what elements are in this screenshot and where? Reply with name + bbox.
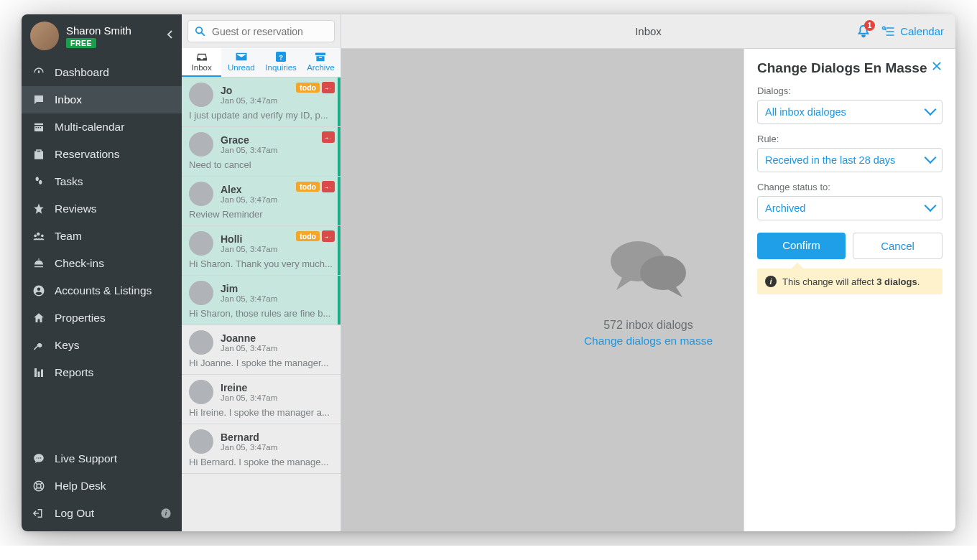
avatar xyxy=(189,132,213,157)
message-item[interactable]: BernardJan 05, 3:47amHi Bernard. I spoke… xyxy=(182,424,341,474)
tab-unread[interactable]: Unread xyxy=(221,48,261,77)
svg-text:?: ? xyxy=(279,53,283,61)
message-item[interactable]: IreineJan 05, 3:47amHi Ireine. I spoke t… xyxy=(182,375,341,424)
nav-main: Dashboard Inbox Multi-calendar Reservati… xyxy=(22,53,182,386)
change-en-masse-link[interactable]: Change dialogs en masse xyxy=(584,335,713,347)
cancel-button[interactable]: Cancel xyxy=(853,233,943,259)
tab-inquiries[interactable]: ? Inquiries xyxy=(261,48,301,77)
calendar-label: Calendar xyxy=(900,25,944,37)
confirm-button[interactable]: Confirm xyxy=(757,233,846,259)
nav-label: Check-ins xyxy=(55,257,104,270)
nav-label: Multi-calendar xyxy=(55,121,124,134)
avatar xyxy=(189,429,213,454)
message-preview: Hi Joanne. I spoke the manager... xyxy=(189,358,333,368)
nav-tasks[interactable]: Tasks xyxy=(22,168,182,195)
todo-badge: todo xyxy=(296,83,320,93)
status-select[interactable]: Archived xyxy=(757,196,943,220)
tab-inbox[interactable]: Inbox xyxy=(182,48,221,77)
svg-point-4 xyxy=(37,484,41,488)
tab-archive[interactable]: Archive xyxy=(301,48,341,77)
key-icon xyxy=(32,338,46,353)
calendar-search-icon xyxy=(881,24,896,39)
nav-inbox[interactable]: Inbox xyxy=(22,86,182,113)
search-input[interactable] xyxy=(212,26,328,37)
archive-icon xyxy=(314,51,327,62)
collapse-sidebar-icon[interactable] xyxy=(166,30,175,39)
message-item[interactable]: JimJan 05, 3:47amHi Sharon, those rules … xyxy=(182,276,341,325)
logout-icon xyxy=(32,506,46,521)
message-item[interactable]: HolliJan 05, 3:47amtodoHi Sharon. Thank … xyxy=(182,226,341,276)
sender-name: Holli xyxy=(221,233,277,245)
nav-live-support[interactable]: Live Support xyxy=(22,445,182,472)
nav-label: Reports xyxy=(55,366,93,379)
dialogs-select[interactable]: All inbox dialoges xyxy=(757,100,943,124)
notice-text: This change will affect 3 dialogs. xyxy=(782,276,920,287)
chat-bubble-icon xyxy=(32,452,46,466)
message-item[interactable]: GraceJan 05, 3:47amNeed to cancel xyxy=(182,127,341,177)
inbox-tabs: Inbox Unread ? Inquiries Archive xyxy=(182,48,341,78)
svg-point-12 xyxy=(640,256,686,290)
sender-name: Joanne xyxy=(221,332,277,344)
nav-label: Dashboard xyxy=(55,66,109,79)
dialog-count: 572 inbox dialogs xyxy=(603,319,693,332)
plan-badge: FREE xyxy=(66,38,96,48)
tab-label: Unread xyxy=(228,63,255,72)
notification-count: 1 xyxy=(864,20,875,31)
nav-help-desk[interactable]: Help Desk xyxy=(22,472,182,500)
todo-badge: todo xyxy=(296,182,320,192)
message-item[interactable]: JoJan 05, 3:47amtodoI just update and ve… xyxy=(182,78,341,127)
pin-icon xyxy=(322,131,335,143)
info-icon[interactable]: i xyxy=(160,508,172,519)
message-date: Jan 05, 3:47am xyxy=(221,195,277,204)
rule-label: Rule: xyxy=(757,134,943,144)
notifications-button[interactable]: 1 xyxy=(856,24,871,39)
nav-reservations[interactable]: Reservations xyxy=(22,141,182,168)
rule-select[interactable]: Received in the last 28 days xyxy=(757,148,943,172)
pin-icon xyxy=(322,82,335,93)
search-input-wrap[interactable] xyxy=(187,20,335,42)
nav-label: Reviews xyxy=(55,202,97,215)
sender-name: Bernard xyxy=(221,431,277,443)
message-date: Jan 05, 3:47am xyxy=(221,443,277,452)
svg-point-0 xyxy=(37,457,38,459)
pin-icon xyxy=(322,230,335,242)
calendar-button[interactable]: Calendar xyxy=(881,24,944,39)
nav-team[interactable]: Team xyxy=(22,223,182,250)
nav-multi-calendar[interactable]: Multi-calendar xyxy=(22,113,182,141)
close-icon[interactable] xyxy=(931,60,943,72)
tab-label: Archive xyxy=(307,63,334,72)
avatar xyxy=(189,330,213,355)
svg-point-1 xyxy=(38,457,40,459)
user-name: Sharon Smith xyxy=(66,24,131,37)
notice-banner: i This change will affect 3 dialogs. xyxy=(757,269,943,294)
tab-label: Inquiries xyxy=(265,63,296,72)
avatar xyxy=(189,281,213,305)
nav-label: Inbox xyxy=(55,93,82,106)
calendar-grid-icon xyxy=(32,120,46,134)
user-block[interactable]: Sharon Smith FREE xyxy=(22,14,182,53)
sidebar: Sharon Smith FREE Dashboard Inbox Multi-… xyxy=(22,14,182,531)
avatar xyxy=(189,231,213,256)
gauge-icon xyxy=(32,65,46,80)
nav-reviews[interactable]: Reviews xyxy=(22,195,182,223)
panel-title: Change Dialogs En Masse xyxy=(757,60,927,76)
nav-keys[interactable]: Keys xyxy=(22,332,182,359)
message-preview: Need to cancel xyxy=(189,159,333,170)
chart-bar-icon xyxy=(32,365,46,380)
sender-name: Jim xyxy=(221,283,277,294)
nav-accounts[interactable]: Accounts & Listings xyxy=(22,277,182,304)
message-item[interactable]: JoanneJan 05, 3:47amHi Joanne. I spoke t… xyxy=(182,325,341,375)
sender-name: Alex xyxy=(221,184,277,195)
message-preview: Hi Sharon, those rules are fine b... xyxy=(189,308,333,319)
nav-properties[interactable]: Properties xyxy=(22,304,182,332)
nav-label: Help Desk xyxy=(55,480,106,493)
nav-dashboard[interactable]: Dashboard xyxy=(22,59,182,86)
tab-label: Inbox xyxy=(192,63,212,72)
nav-log-out[interactable]: Log Out i xyxy=(22,500,182,527)
message-item[interactable]: AlexJan 05, 3:47amtodoReview Reminder xyxy=(182,177,341,226)
nav-label: Keys xyxy=(55,339,79,352)
nav-check-ins[interactable]: Check-ins xyxy=(22,250,182,277)
message-preview: Hi Ireine. I spoke the manager a... xyxy=(189,407,333,418)
nav-reports[interactable]: Reports xyxy=(22,359,182,386)
message-list[interactable]: JoJan 05, 3:47amtodoI just update and ve… xyxy=(182,78,341,531)
